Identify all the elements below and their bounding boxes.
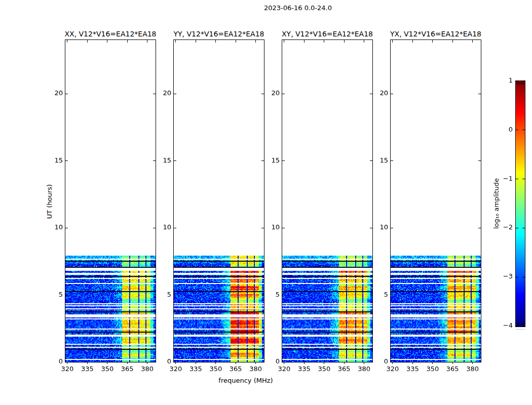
spectrum-panel-yy [173, 39, 264, 362]
y-tick-label: 0 [261, 357, 280, 365]
y-tick-label: 10 [370, 223, 388, 231]
colorbar-tick-mark [516, 326, 518, 327]
y-tick-mark [478, 295, 481, 295]
y-tick-label: 20 [261, 89, 280, 97]
y-tick-mark [174, 160, 176, 161]
figure-title: 2023-06-16 0.0-24.0 [222, 4, 374, 12]
y-tick-label: 20 [45, 89, 63, 97]
panel-title-xx: XX, V12*V16=EA12*EA18 [54, 30, 167, 38]
colorbar-tick-label: 0 [487, 126, 513, 133]
x-tick-mark [364, 362, 364, 364]
y-tick-label: 20 [153, 89, 171, 97]
y-tick-label: 15 [261, 156, 280, 164]
colorbar-tick-label: 1 [487, 76, 513, 84]
x-tick-label: 350 [314, 365, 334, 373]
x-tick-label: 350 [97, 365, 118, 373]
x-tick-label: 320 [166, 365, 186, 373]
y-tick-mark [65, 94, 68, 94]
heatmap-canvas-yy [174, 256, 264, 362]
colorbar-tick-mark [516, 277, 518, 277]
x-axis-label: frequency (MHz) [170, 377, 322, 384]
x-tick-mark [324, 362, 324, 364]
x-tick-mark [472, 40, 473, 43]
x-tick-label: 320 [57, 365, 78, 373]
panel-title-yx: YX, V12*V16=EA12*EA18 [379, 30, 492, 38]
x-tick-mark [215, 40, 216, 43]
colorbar-label: log₁₀ amplitude [492, 158, 501, 249]
x-tick-label: 380 [246, 365, 266, 373]
x-tick-mark [364, 40, 364, 43]
x-tick-mark [392, 40, 393, 43]
x-tick-mark [255, 362, 256, 364]
y-tick-mark [174, 295, 176, 295]
y-tick-label: 0 [45, 357, 63, 365]
y-tick-mark [391, 228, 393, 228]
y-tick-mark [391, 160, 393, 161]
y-tick-label: 10 [261, 223, 280, 231]
x-tick-mark [236, 40, 236, 43]
x-tick-mark [107, 40, 107, 43]
x-tick-mark [344, 362, 345, 364]
y-tick-label: 10 [45, 223, 63, 231]
x-tick-label: 365 [442, 365, 463, 373]
y-tick-label: 5 [261, 291, 280, 298]
x-tick-label: 335 [185, 365, 206, 373]
heatmap-canvas-xy [282, 256, 372, 362]
x-tick-mark [175, 40, 176, 43]
colorbar-tick-mark [522, 277, 525, 277]
y-tick-mark [478, 94, 481, 94]
colorbar-tick-mark [516, 228, 518, 228]
y-tick-label: 15 [45, 156, 63, 164]
x-tick-mark [452, 40, 453, 43]
x-tick-mark [344, 40, 345, 43]
colorbar-tick-mark [522, 179, 525, 179]
y-tick-label: 15 [370, 156, 388, 164]
y-tick-mark [282, 160, 285, 161]
y-tick-mark [65, 228, 68, 228]
x-tick-mark [175, 362, 176, 364]
x-tick-mark [196, 40, 196, 43]
panel-title-xy: XY, V12*V16=EA12*EA18 [271, 30, 384, 38]
x-tick-label: 380 [137, 365, 158, 373]
spectrum-panel-xy [282, 39, 373, 362]
x-tick-label: 320 [383, 365, 403, 373]
x-tick-mark [127, 362, 128, 364]
x-tick-mark [412, 362, 413, 364]
colorbar-tick-mark [522, 130, 525, 130]
heatmap-canvas-xx [65, 256, 156, 362]
y-tick-mark [391, 94, 393, 94]
y-tick-mark [282, 295, 285, 295]
y-tick-mark [174, 94, 176, 94]
colorbar-tick-label: −4 [487, 321, 513, 329]
colorbar-tick-mark [516, 130, 518, 130]
x-tick-mark [304, 40, 305, 43]
x-tick-mark [67, 362, 67, 364]
spectrum-panel-xx [65, 39, 156, 362]
figure: 2023-06-16 0.0-24.0 XX, V12*V16=EA12*EA1… [0, 0, 532, 405]
panel-title-yy: YY, V12*V16=EA12*EA18 [163, 30, 275, 38]
colorbar-underline [516, 329, 524, 330]
x-tick-label: 335 [402, 365, 423, 373]
x-tick-mark [196, 362, 196, 364]
colorbar-tick-mark [522, 81, 525, 82]
x-tick-mark [127, 40, 128, 43]
x-tick-mark [147, 362, 147, 364]
x-tick-mark [392, 362, 393, 364]
spectrum-panel-yx [390, 39, 481, 362]
y-tick-mark [65, 160, 68, 161]
x-tick-label: 380 [463, 365, 483, 373]
y-axis-label: UT (hours) [45, 156, 54, 247]
x-tick-mark [304, 362, 305, 364]
x-tick-mark [87, 40, 88, 43]
y-tick-label: 0 [153, 357, 171, 365]
y-tick-mark [65, 295, 68, 295]
x-tick-mark [452, 362, 453, 364]
x-tick-label: 380 [354, 365, 374, 373]
x-tick-mark [284, 362, 284, 364]
y-tick-label: 20 [370, 89, 388, 97]
y-tick-mark [282, 228, 285, 228]
x-tick-mark [432, 362, 433, 364]
x-tick-label: 365 [334, 365, 354, 373]
colorbar-tick-label: −3 [487, 272, 513, 280]
y-tick-mark [478, 160, 481, 161]
